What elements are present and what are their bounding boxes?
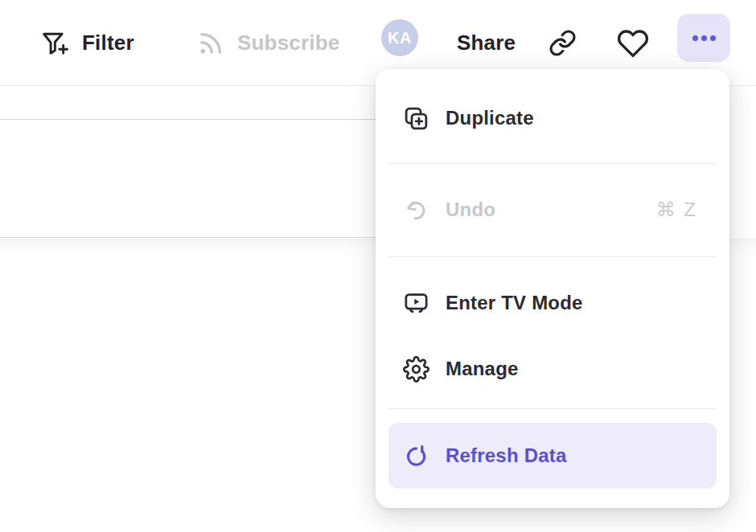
tv-icon — [403, 290, 429, 317]
menu-item-label: Manage — [446, 358, 519, 380]
gear-icon — [403, 356, 429, 383]
menu-item-label: Undo — [446, 198, 495, 221]
subscribe-label: Subscribe — [237, 31, 340, 55]
menu-item-label: Refresh Data — [446, 444, 566, 467]
funnel-plus-icon — [40, 28, 70, 58]
refresh-icon — [403, 443, 429, 469]
rss-icon — [197, 29, 225, 57]
duplicate-icon — [403, 105, 429, 132]
menu-item-shortcut: ⌘ Z — [656, 198, 697, 221]
menu-divider — [388, 163, 717, 164]
menu-item-enter-tv-mode[interactable]: Enter TV Mode — [388, 276, 717, 329]
app-window: some of the most basic revenue m Filter … — [0, 0, 756, 532]
menu-divider — [388, 408, 717, 409]
share-label: Share — [457, 31, 516, 55]
menu-divider — [388, 256, 717, 257]
menu-item-duplicate[interactable]: Duplicate — [388, 92, 717, 145]
subscribe-button[interactable]: Subscribe — [197, 0, 340, 86]
more-options-button[interactable] — [677, 14, 730, 62]
filter-label: Filter — [82, 31, 134, 55]
menu-item-label: Duplicate — [446, 107, 534, 129]
undo-icon — [403, 197, 429, 223]
avatar[interactable]: KA — [381, 19, 418, 56]
menu-item-refresh-data[interactable]: Refresh Data — [388, 423, 717, 489]
menu-item-manage[interactable]: Manage — [388, 342, 717, 395]
link-icon — [549, 29, 577, 57]
more-options-menu: Duplicate Undo ⌘ Z Enter TV M — [376, 69, 729, 508]
menu-item-label: Enter TV Mode — [446, 292, 583, 314]
ellipsis-icon — [692, 35, 698, 41]
menu-item-undo[interactable]: Undo ⌘ Z — [388, 183, 717, 236]
heart-icon — [617, 27, 649, 59]
filter-button[interactable]: Filter — [40, 0, 134, 86]
